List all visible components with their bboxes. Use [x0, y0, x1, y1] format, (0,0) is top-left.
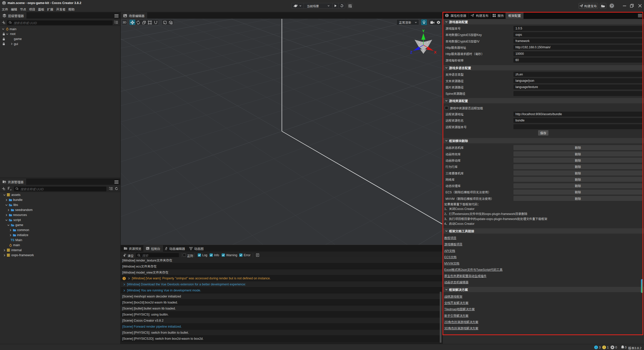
svg-text:?: ? [611, 4, 613, 8]
svg-text:Y: Y [422, 29, 425, 33]
svg-text:Z: Z [410, 50, 412, 54]
svg-text:X: X [434, 50, 436, 54]
